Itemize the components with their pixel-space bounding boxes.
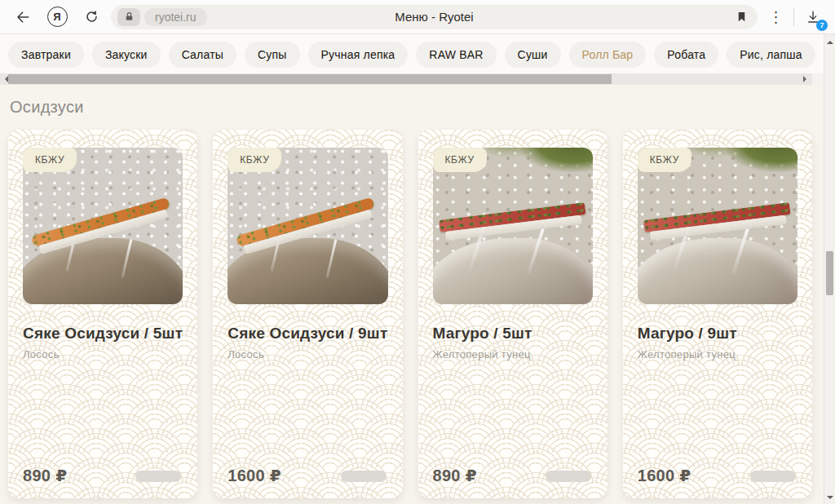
category-pill-handmade[interactable]: Ручная лепка xyxy=(308,42,409,68)
add-button-placeholder[interactable] xyxy=(546,471,591,482)
product-name: Сяке Осидзуси / 9шт xyxy=(228,324,387,343)
back-arrow-icon xyxy=(15,9,31,25)
add-button-placeholder[interactable] xyxy=(750,471,796,482)
photo-sushi xyxy=(643,202,792,241)
product-card[interactable]: КБЖУ Сяке Осидзуси / 9шт Лосось 1600 ₽ xyxy=(213,130,402,498)
page-title: Меню - Ryotei xyxy=(111,10,758,24)
add-button-placeholder[interactable] xyxy=(135,471,181,482)
price-row: 1600 ₽ xyxy=(228,466,387,485)
scroll-left-arrow-icon[interactable] xyxy=(2,76,8,82)
menu-content: Осидзуси КБЖУ Сяке Осидзуси / 5шт Лосось… xyxy=(0,85,835,457)
category-pill-breakfast[interactable]: Завтраки xyxy=(8,42,84,68)
product-photo: КБЖУ xyxy=(433,148,593,304)
product-price: 1600 ₽ xyxy=(228,466,281,485)
product-description: Лосось xyxy=(228,348,387,360)
category-pill-starters[interactable]: Закуски xyxy=(92,42,161,68)
address-bar[interactable]: ryotei.ru Меню - Ryotei xyxy=(111,5,758,29)
vertical-scrollbar-thumb[interactable] xyxy=(826,251,833,295)
back-button[interactable] xyxy=(10,4,36,30)
product-photo: КБЖУ xyxy=(23,148,183,304)
nutrition-badge[interactable]: КБЖУ xyxy=(228,148,281,172)
refresh-icon xyxy=(84,9,99,24)
downloads-button[interactable]: 7 xyxy=(801,5,825,29)
photo-sushi xyxy=(439,202,587,241)
nutrition-badge[interactable]: КБЖУ xyxy=(23,148,77,172)
category-pill-sushi[interactable]: Суши xyxy=(505,42,561,68)
category-pill-rice-noodles[interactable]: Рис, лапша xyxy=(727,42,815,68)
nav-scrollbar-row xyxy=(0,73,835,85)
scroll-down-arrow-icon[interactable] xyxy=(827,496,833,502)
product-card[interactable]: КБЖУ Магуро / 9шт Желтоперый тунец 1600 … xyxy=(623,130,812,498)
scroll-right-arrow-icon[interactable] xyxy=(803,76,810,82)
product-name: Магуро / 9шт xyxy=(638,324,797,343)
product-name: Сяке Осидзуси / 5шт xyxy=(23,324,183,343)
photo-rock xyxy=(433,238,593,304)
horizontal-scrollbar-thumb[interactable] xyxy=(8,74,612,84)
horizontal-scrollbar[interactable] xyxy=(0,73,812,85)
downloads-badge: 7 xyxy=(816,20,828,31)
yandex-browser-button[interactable]: Я xyxy=(44,4,70,30)
price-row: 890 ₽ xyxy=(433,466,593,485)
nutrition-badge[interactable]: КБЖУ xyxy=(638,148,691,172)
category-pill-salads[interactable]: Салаты xyxy=(169,42,236,68)
price-row: 890 ₽ xyxy=(23,466,183,485)
category-pill-raw-bar[interactable]: RAW BAR xyxy=(416,42,496,68)
product-price: 890 ₽ xyxy=(23,466,67,485)
browser-menu-button[interactable]: ⋮ xyxy=(766,8,787,26)
product-photo: КБЖУ xyxy=(638,148,797,304)
section-heading: Осидзуси xyxy=(10,98,827,117)
product-description: Лосось xyxy=(23,348,183,360)
price-row: 1600 ₽ xyxy=(638,466,797,485)
product-card[interactable]: КБЖУ Магуро / 5шт Желтоперый тунец 890 ₽ xyxy=(418,130,607,498)
product-grid: КБЖУ Сяке Осидзуси / 5шт Лосось 890 ₽ КБ… xyxy=(8,130,812,498)
category-nav: Завтраки Закуски Салаты Супы Ручная лепк… xyxy=(0,34,835,73)
product-name: Магуро / 5шт xyxy=(433,324,593,343)
product-price: 890 ₽ xyxy=(433,466,477,485)
product-price: 1600 ₽ xyxy=(638,466,691,485)
scroll-up-arrow-icon[interactable] xyxy=(827,38,833,44)
bookmark-button[interactable] xyxy=(736,9,748,24)
product-photo: КБЖУ xyxy=(228,148,387,304)
vertical-scrollbar[interactable] xyxy=(824,34,835,504)
category-pill-soups[interactable]: Супы xyxy=(245,42,300,68)
toolbar-divider xyxy=(793,8,794,26)
refresh-button[interactable] xyxy=(78,4,104,30)
photo-rock xyxy=(638,238,797,304)
bookmark-icon xyxy=(736,9,748,24)
add-button-placeholder[interactable] xyxy=(341,471,387,482)
browser-toolbar: Я ryotei.ru Меню - Ryotei ⋮ 7 xyxy=(0,0,835,34)
category-pill-robata[interactable]: Робата xyxy=(654,42,718,68)
product-description: Желтоперый тунец xyxy=(433,348,593,360)
yandex-logo-icon: Я xyxy=(47,7,68,27)
product-description: Желтоперый тунец xyxy=(638,348,797,360)
product-card[interactable]: КБЖУ Сяке Осидзуси / 5шт Лосось 890 ₽ xyxy=(8,130,197,498)
category-pill-roll-bar[interactable]: Ролл Бар xyxy=(569,42,647,68)
nutrition-badge[interactable]: КБЖУ xyxy=(433,148,487,172)
